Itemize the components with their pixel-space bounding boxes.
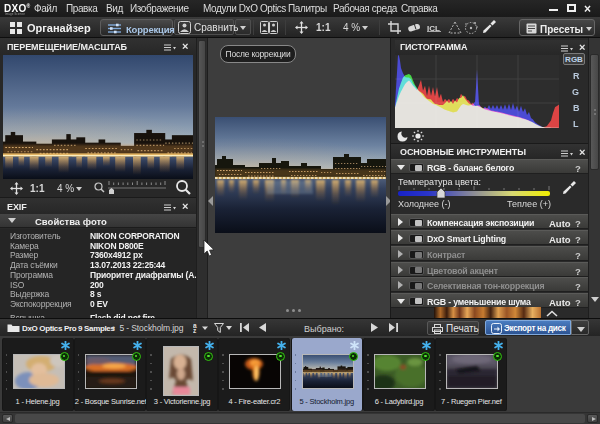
svg-text:ICL: ICL [427,24,440,32]
